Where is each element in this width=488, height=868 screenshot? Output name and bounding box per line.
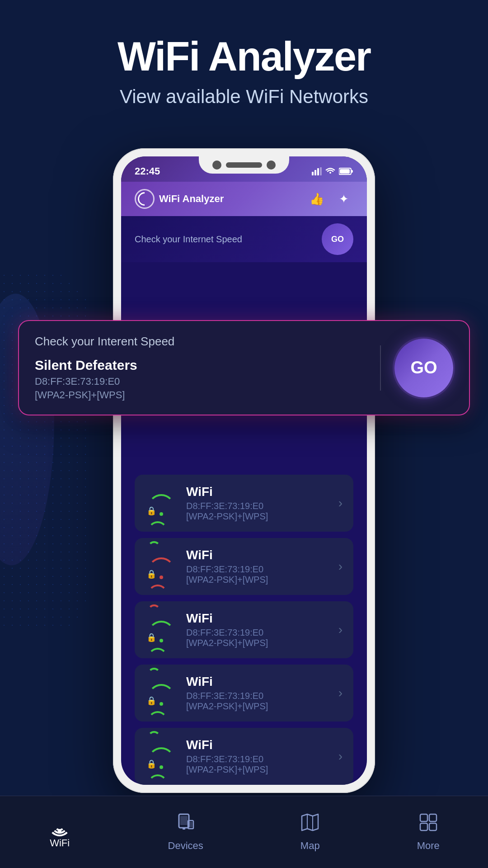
speed-card-ssid: Silent Defeaters	[35, 358, 366, 373]
phone-mockup: 22:45	[113, 148, 375, 793]
logo-text: WiFi Analyzer	[159, 193, 224, 205]
wifi-item-info: WiFi D8:FF:3E:73:19:E0 [WPA2-PSK]+[WPS]	[186, 548, 329, 585]
speed-check-card[interactable]: Check your Interent Speed Silent Defeate…	[18, 320, 470, 415]
wifi-list-item[interactable]: 🔒 WiFi D8:FF:3E:73:19:E0 [WPA2-PSK]+[WPS…	[135, 728, 353, 785]
wifi-dot	[160, 702, 163, 706]
phone-speed-text: Check your Internet Speed	[135, 234, 242, 245]
lock-icon: 🔒	[146, 569, 156, 579]
wifi-signal-weak-red: 🔒	[145, 554, 177, 579]
speaker	[226, 162, 262, 168]
status-bar: 22:45	[121, 156, 367, 182]
page-header: WiFi Analyzer View available WiFi Networ…	[0, 0, 488, 148]
lock-icon: 🔒	[146, 506, 156, 516]
phone-screen: 22:45	[121, 156, 367, 785]
nav-label-more: More	[417, 840, 440, 852]
status-time: 22:45	[135, 165, 160, 177]
wifi-nav-dot	[58, 830, 61, 834]
page-title: WiFi Analyzer	[18, 36, 470, 77]
status-icons	[312, 167, 353, 175]
chevron-right-icon: ›	[338, 496, 343, 510]
bottom-navigation: WiFi Devices Map	[0, 796, 488, 868]
app-header-actions: 👍 ✦	[307, 189, 353, 208]
wifi-list-item[interactable]: 🔒 WiFi D8:FF:3E:73:19:E0 [WPA2-PSK]+[WPS…	[135, 601, 353, 658]
lock-icon: 🔒	[146, 696, 156, 706]
wifi-item-info: WiFi D8:FF:3E:73:19:E0 [WPA2-PSK]+[WPS]	[186, 675, 329, 712]
phone-container: Check your Interent Speed Silent Defeate…	[0, 148, 488, 793]
svg-rect-3	[320, 167, 322, 175]
svg-rect-5	[351, 170, 353, 173]
chevron-right-icon: ›	[338, 686, 343, 700]
app-header: WiFi Analyzer 👍 ✦	[121, 182, 367, 216]
svg-rect-15	[429, 814, 436, 821]
chevron-right-icon: ›	[338, 623, 343, 637]
wifi-arc-mid	[148, 774, 168, 785]
page-subtitle: View available WiFi Networks	[18, 86, 470, 108]
face-id	[267, 160, 276, 170]
wifi-item-security: [WPA2-PSK]+[WPS]	[186, 575, 329, 585]
svg-rect-0	[312, 172, 314, 175]
nav-item-more[interactable]: More	[404, 812, 453, 852]
wifi-dot	[160, 576, 163, 579]
wifi-item-name: WiFi	[186, 738, 329, 752]
like-button[interactable]: 👍	[307, 189, 326, 208]
wifi-logo-icon	[135, 189, 155, 209]
wifi-item-name: WiFi	[186, 611, 329, 626]
go-button[interactable]: GO	[394, 339, 453, 397]
wifi-dot	[160, 765, 163, 769]
wifi-nav-arc3	[55, 821, 65, 831]
speed-card-title: Check your Interent Speed	[35, 335, 366, 349]
nav-label-wifi: WiFi	[50, 837, 70, 849]
brightness-button[interactable]: ✦	[334, 189, 353, 208]
svg-rect-17	[429, 823, 436, 830]
phone-go-button[interactable]: GO	[322, 223, 353, 255]
svg-rect-1	[314, 170, 316, 175]
wifi-item-mac: D8:FF:3E:73:19:E0	[186, 691, 329, 701]
lock-icon: 🔒	[146, 632, 156, 642]
signal-icon	[312, 167, 322, 175]
wifi-item-name: WiFi	[186, 485, 329, 499]
wifi-nav-icon	[48, 816, 71, 834]
svg-rect-6	[340, 169, 350, 174]
svg-rect-2	[317, 168, 319, 175]
wifi-signal-green-med: 🔒	[145, 681, 177, 706]
wifi-item-security: [WPA2-PSK]+[WPS]	[186, 764, 329, 775]
wifi-item-name: WiFi	[186, 675, 329, 689]
map-icon	[300, 812, 320, 836]
nav-label-devices: Devices	[168, 840, 203, 852]
nav-item-devices[interactable]: Devices	[155, 812, 217, 852]
svg-rect-16	[420, 823, 427, 830]
wifi-status-icon	[325, 167, 335, 175]
wifi-dot	[160, 512, 163, 516]
wifi-item-mac: D8:FF:3E:73:19:E0	[186, 501, 329, 511]
wifi-item-security: [WPA2-PSK]+[WPS]	[186, 701, 329, 712]
phone-notch	[199, 156, 289, 174]
wifi-list-item[interactable]: 🔒 WiFi D8:FF:3E:73:19:E0 [WPA2-PSK]+[WPS…	[135, 475, 353, 532]
speed-card-mac: D8:FF:3E:73:19:E0	[35, 376, 366, 387]
wifi-item-mac: D8:FF:3E:73:19:E0	[186, 754, 329, 764]
speed-card-divider	[380, 345, 381, 391]
more-icon	[418, 812, 438, 836]
devices-icon	[177, 812, 195, 836]
nav-item-wifi[interactable]: WiFi	[35, 816, 84, 849]
front-camera	[212, 160, 221, 170]
wifi-item-name: WiFi	[186, 548, 329, 562]
wifi-item-security: [WPA2-PSK]+[WPS]	[186, 638, 329, 648]
wifi-item-info: WiFi D8:FF:3E:73:19:E0 [WPA2-PSK]+[WPS]	[186, 738, 329, 775]
wifi-item-info: WiFi D8:FF:3E:73:19:E0 [WPA2-PSK]+[WPS]	[186, 611, 329, 648]
wifi-item-security: [WPA2-PSK]+[WPS]	[186, 511, 329, 522]
phone-speed-banner[interactable]: Check your Internet Speed GO	[121, 216, 367, 262]
speed-card-security: [WPA2-PSK]+[WPS]	[35, 389, 366, 401]
nav-item-map[interactable]: Map	[286, 812, 333, 852]
wifi-list: 🔒 WiFi D8:FF:3E:73:19:E0 [WPA2-PSK]+[WPS…	[121, 475, 367, 785]
lock-icon: 🔒	[146, 759, 156, 769]
nav-label-map: Map	[300, 840, 320, 852]
svg-rect-14	[420, 814, 427, 821]
app-logo: WiFi Analyzer	[135, 189, 224, 209]
wifi-item-info: WiFi D8:FF:3E:73:19:E0 [WPA2-PSK]+[WPS]	[186, 485, 329, 522]
svg-rect-11	[189, 822, 192, 827]
wifi-list-item[interactable]: 🔒 WiFi D8:FF:3E:73:19:E0 [WPA2-PSK]+[WPS…	[135, 665, 353, 722]
svg-rect-8	[180, 816, 188, 825]
chevron-right-icon: ›	[338, 749, 343, 764]
wifi-list-item[interactable]: 🔒 WiFi D8:FF:3E:73:19:E0 [WPA2-PSK]+[WPS…	[135, 538, 353, 595]
svg-rect-9	[183, 828, 185, 830]
